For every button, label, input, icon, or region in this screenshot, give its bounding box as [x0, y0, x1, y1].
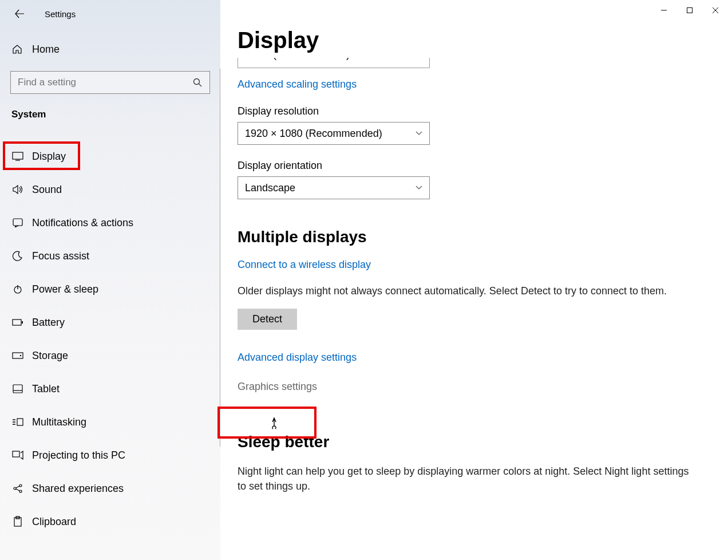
monitor-icon	[11, 152, 24, 161]
main-content: Display 125% (Recommended) Advanced scal…	[220, 0, 728, 560]
search-box[interactable]	[10, 71, 210, 94]
page-title: Display	[238, 27, 728, 53]
sleep-better-text: Night light can help you get to sleep by…	[238, 464, 695, 494]
svg-rect-8	[13, 385, 22, 393]
orientation-label: Display orientation	[238, 160, 728, 172]
chevron-down-icon	[416, 186, 422, 190]
power-icon	[11, 284, 24, 294]
detect-button[interactable]: Detect	[238, 309, 297, 330]
resolution-dropdown[interactable]: 1920 × 1080 (Recommended)	[238, 122, 430, 145]
sidebar-category: System	[11, 109, 220, 120]
svg-point-12	[19, 484, 22, 487]
sidebar-item-display[interactable]: Display	[0, 142, 220, 171]
older-displays-text: Older displays might not always connect …	[238, 283, 695, 298]
sidebar-item-label: Projecting to this PC	[32, 449, 125, 462]
arrow-left-icon	[14, 9, 25, 19]
window-title: Settings	[45, 9, 76, 19]
clipboard-icon	[11, 516, 24, 527]
search-icon	[192, 77, 203, 88]
sidebar-item-label: Multitasking	[32, 416, 86, 428]
multitasking-icon	[11, 417, 24, 427]
battery-icon	[11, 319, 24, 326]
svg-point-11	[14, 487, 16, 490]
advanced-scaling-link[interactable]: Advanced scaling settings	[238, 78, 357, 90]
close-button[interactable]	[702, 0, 728, 20]
search-container	[10, 71, 210, 94]
window-controls	[651, 0, 728, 20]
sidebar-item-multitasking[interactable]: Multitasking	[0, 408, 220, 436]
svg-rect-5	[22, 321, 23, 324]
sidebar-item-sound[interactable]: Sound	[0, 175, 220, 204]
svg-rect-6	[13, 353, 23, 358]
sleep-better-heading: Sleep better	[238, 433, 728, 451]
svg-point-13	[19, 490, 22, 492]
resolution-value: 1920 × 1080 (Recommended)	[245, 128, 416, 140]
sidebar-item-tablet[interactable]: Tablet	[0, 374, 220, 403]
projecting-icon	[11, 451, 24, 460]
tablet-icon	[11, 384, 24, 393]
sidebar-item-label: Display	[32, 151, 66, 163]
orientation-dropdown[interactable]: Landscape	[238, 176, 430, 199]
sidebar-nav: Display Sound Notifications & actions Fo…	[0, 142, 220, 536]
sidebar-item-shared-experiences[interactable]: Shared experiences	[0, 474, 220, 503]
sidebar-item-label: Battery	[32, 317, 65, 329]
moon-icon	[11, 251, 24, 261]
svg-rect-16	[687, 7, 692, 13]
sidebar-item-label: Notifications & actions	[32, 217, 133, 229]
sidebar-item-label: Power & sleep	[32, 283, 98, 295]
minimize-icon	[660, 7, 667, 14]
share-icon	[11, 483, 24, 494]
multiple-displays-heading: Multiple displays	[238, 228, 728, 246]
sidebar-item-power-sleep[interactable]: Power & sleep	[0, 275, 220, 303]
connect-wireless-link[interactable]: Connect to a wireless display	[238, 259, 371, 271]
svg-rect-10	[13, 451, 19, 457]
advanced-display-link[interactable]: Advanced display settings	[238, 352, 728, 364]
sidebar: Settings Home System Display Sound Notif…	[0, 0, 220, 560]
home-icon	[11, 44, 24, 55]
chevron-down-icon	[416, 131, 422, 136]
sidebar-item-battery[interactable]: Battery	[0, 308, 220, 337]
sidebar-item-clipboard[interactable]: Clipboard	[0, 507, 220, 536]
titlebar: Settings	[0, 0, 220, 27]
orientation-value: Landscape	[245, 182, 416, 194]
sidebar-item-projecting[interactable]: Projecting to this PC	[0, 441, 220, 470]
sidebar-item-label: Focus assist	[32, 250, 89, 262]
sidebar-item-label: Tablet	[32, 383, 60, 395]
svg-point-7	[20, 355, 21, 356]
sidebar-home-label: Home	[32, 44, 60, 56]
sidebar-item-label: Shared experiences	[32, 483, 124, 495]
sidebar-home[interactable]: Home	[0, 36, 220, 63]
svg-rect-9	[17, 419, 23, 425]
sidebar-item-label: Storage	[32, 350, 68, 362]
back-button[interactable]	[11, 6, 27, 22]
storage-icon	[11, 352, 24, 359]
sidebar-item-notifications[interactable]: Notifications & actions	[0, 208, 220, 237]
search-input[interactable]	[18, 77, 192, 88]
scale-dropdown[interactable]: 125% (Recommended)	[238, 58, 430, 68]
sidebar-item-focus-assist[interactable]: Focus assist	[0, 242, 220, 270]
graphics-settings-link[interactable]: Graphics settings	[238, 381, 728, 393]
sidebar-item-label: Clipboard	[32, 516, 76, 528]
svg-rect-1	[13, 152, 23, 159]
minimize-button[interactable]	[651, 0, 676, 20]
sidebar-item-storage[interactable]: Storage	[0, 341, 220, 370]
resolution-label: Display resolution	[238, 105, 728, 117]
close-icon	[712, 7, 719, 14]
svg-rect-4	[13, 320, 21, 325]
notification-icon	[11, 218, 24, 227]
svg-rect-2	[13, 219, 22, 226]
svg-point-0	[194, 79, 200, 85]
maximize-icon	[686, 7, 693, 14]
speaker-icon	[11, 184, 24, 195]
scale-value: 125% (Recommended)	[244, 58, 350, 61]
maximize-button[interactable]	[676, 0, 702, 20]
sidebar-item-label: Sound	[32, 184, 62, 196]
